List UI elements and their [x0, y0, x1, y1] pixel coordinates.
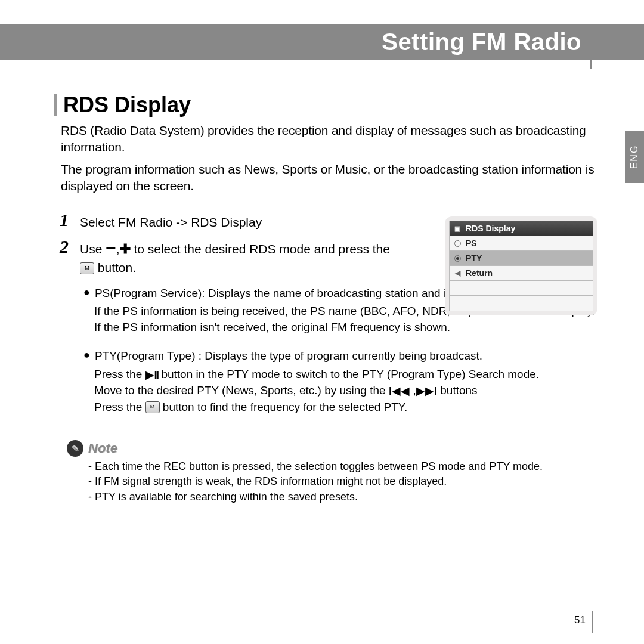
screen-header-row: ▣ RDS Display — [450, 221, 593, 236]
screen-row-return: ◀ Return — [450, 266, 593, 281]
pty-note-3: Press the M button to find the frequency… — [94, 400, 602, 416]
radio-unselected-icon — [453, 239, 462, 247]
page-number-rule — [592, 611, 593, 633]
step-1-text: Select FM Radio -> RDS Display — [80, 211, 262, 231]
language-tab: ENG — [625, 131, 644, 183]
pty-note-2: Move to the desired PTY (News, Sports, e… — [94, 383, 602, 399]
pty-note-1: Press the ▶II button in the PTY mode to … — [94, 367, 602, 383]
note-pencil-icon: ✎ — [67, 440, 83, 457]
bullet-dot-icon: ● — [83, 348, 90, 364]
step-number-1: 1 — [60, 211, 73, 231]
screen-row-ps: PS — [450, 236, 593, 251]
note-line-3: - PTY is available for searching within … — [88, 490, 602, 504]
skip-back-icon: I◀◀ — [389, 383, 410, 400]
minus-icon: − — [106, 239, 116, 257]
radio-selected-icon — [453, 254, 462, 262]
heading-bar-icon — [54, 94, 57, 116]
pty-lead: PTY(Program Type) : Displays the type of… — [95, 349, 482, 362]
note-line-2: - If FM signal strength is weak, the RDS… — [88, 474, 602, 489]
note-label: Note — [88, 441, 117, 456]
step-number-2: 2 — [60, 238, 73, 277]
note-line-1: - Each time the REC button is pressed, t… — [88, 459, 602, 474]
intro-paragraph-2: The program information such as News, Sp… — [61, 161, 602, 195]
screen-row-empty-1 — [450, 281, 593, 296]
screen-row-pty: PTY — [450, 251, 593, 266]
plus-icon: ✚ — [120, 243, 131, 256]
m-button-icon: M — [145, 401, 160, 413]
display-icon: ▣ — [453, 224, 462, 233]
return-arrow-icon: ◀ — [453, 269, 462, 277]
page-number: 51 — [574, 614, 586, 626]
skip-forward-icon: ▶▶I — [416, 383, 437, 400]
note-block: ✎ Note - Each time the REC button is pre… — [67, 440, 602, 504]
device-screen-mock: ▣ RDS Display PS PTY ◀ Return — [445, 216, 597, 315]
chapter-header: Setting FM Radio — [0, 24, 644, 60]
intro-paragraph-1: RDS (Radio Data System) provides the rec… — [61, 122, 602, 156]
m-button-icon: M — [80, 262, 94, 274]
bullet-pty: ● PTY(Program Type) : Displays the type … — [83, 348, 602, 364]
chapter-title: Setting FM Radio — [382, 29, 581, 55]
step-2-text: Use −,✚ to select the desired RDS mode a… — [80, 238, 390, 277]
language-label: ENG — [629, 145, 640, 169]
header-rule — [590, 32, 592, 69]
play-pause-icon: ▶II — [145, 367, 159, 383]
screen-ps-label: PS — [466, 239, 477, 248]
ps-note-2: If the PS information isn't received, th… — [94, 320, 602, 336]
section-heading: RDS Display — [54, 92, 602, 117]
bullet-dot-icon: ● — [83, 286, 90, 302]
section-title: RDS Display — [63, 92, 191, 117]
screen-return-label: Return — [466, 268, 493, 278]
screen-title: RDS Display — [466, 224, 515, 233]
screen-pty-label: PTY — [466, 253, 482, 263]
screen-row-empty-2 — [450, 296, 593, 311]
